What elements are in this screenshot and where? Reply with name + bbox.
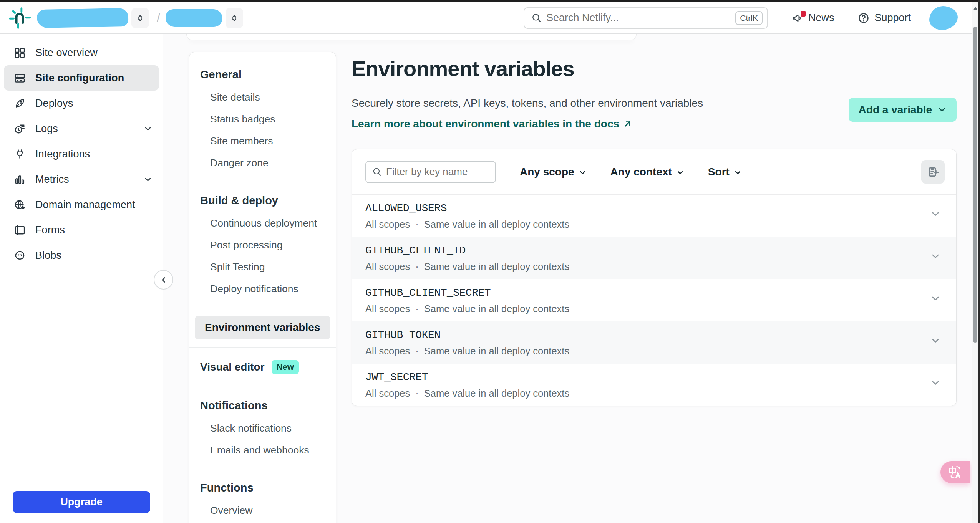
sidebar-item-metrics[interactable]: Metrics <box>4 167 159 192</box>
form-icon <box>14 224 26 236</box>
chevron-down-icon[interactable] <box>930 377 941 388</box>
netlify-app: / CtrlK News Support Site overviewSit <box>0 0 980 523</box>
env-var-row-github-token[interactable]: GITHUB_TOKENAll scopes·Same value in all… <box>352 321 956 364</box>
upgrade-button[interactable]: Upgrade <box>13 491 150 513</box>
sidebar-item-site-configuration[interactable]: Site configuration <box>4 65 159 91</box>
page-description: Securely store secrets, API keys, tokens… <box>352 97 849 109</box>
rocket-icon <box>14 98 26 109</box>
sidebar-item-domain-management[interactable]: Domain management <box>4 192 159 217</box>
global-search[interactable]: CtrlK <box>524 7 768 29</box>
chevron-down-icon <box>579 169 587 177</box>
scrollbar-thumb[interactable] <box>973 27 977 343</box>
subnav-item-site-members[interactable]: Site members <box>189 130 336 152</box>
sidebar-item-label: Forms <box>35 224 65 236</box>
env-var-meta: All scopes·Same value in all deploy cont… <box>365 261 918 272</box>
subnav-item-configuration[interactable]: Configuration <box>189 521 336 523</box>
scope-dropdown[interactable]: Any scope <box>520 166 587 178</box>
subnav-item-label: Continuous deployment <box>210 217 317 229</box>
redacted-site-name[interactable] <box>166 9 222 27</box>
sidebar-item-forms[interactable]: Forms <box>4 217 159 243</box>
news-label: News <box>808 12 834 24</box>
subnav-item-slack-notifications[interactable]: Slack notifications <box>189 417 336 439</box>
env-var-row-github-client-secret[interactable]: GITHUB_CLIENT_SECRETAll scopes·Same valu… <box>352 279 956 321</box>
external-link-arrow-icon <box>622 119 632 129</box>
meta-separator: · <box>415 388 419 399</box>
env-var-row-github-client-id[interactable]: GITHUB_CLIENT_IDAll scopes·Same value in… <box>352 237 956 279</box>
up-down-chevron-icon <box>230 13 239 23</box>
chevron-down-icon[interactable] <box>930 251 941 262</box>
subnav-divider <box>189 182 336 182</box>
blob-icon <box>14 250 26 262</box>
add-variable-label: Add a variable <box>859 104 932 116</box>
env-var-scope: All scopes <box>365 346 410 357</box>
redacted-user-avatar[interactable] <box>929 6 958 30</box>
sidebar-item-label: Site configuration <box>35 72 124 84</box>
subnav-divider <box>189 469 336 469</box>
env-var-meta: All scopes·Same value in all deploy cont… <box>365 346 918 357</box>
subnav-item-site-details[interactable]: Site details <box>189 86 336 108</box>
chevron-down-icon[interactable] <box>930 209 941 219</box>
sidebar-item-deploys[interactable]: Deploys <box>4 91 159 116</box>
chevron-down-icon <box>937 105 947 114</box>
subnav-item-deploy-notifications[interactable]: Deploy notifications <box>189 278 336 300</box>
env-var-row-allowed-users[interactable]: ALLOWED_USERSAll scopes·Same value in al… <box>352 195 956 237</box>
context-dropdown[interactable]: Any context <box>610 166 684 178</box>
netlify-logo-icon[interactable] <box>8 7 31 29</box>
bar-chart-icon <box>14 174 26 185</box>
subnav-item-environment-variables[interactable]: Environment variables <box>195 316 330 339</box>
content-header: Environment variables Securely store sec… <box>352 34 957 130</box>
filter-field[interactable] <box>365 161 496 183</box>
subnav-item-label: Deploy notifications <box>210 283 298 295</box>
subnav-item-danger-zone[interactable]: Danger zone <box>189 152 336 174</box>
chevron-down-icon <box>143 174 153 184</box>
team-switcher-button[interactable] <box>131 8 149 28</box>
breadcrumb-separator: / <box>157 11 160 25</box>
subnav-item-label: Split Testing <box>210 261 265 273</box>
plug-icon <box>14 148 26 160</box>
import-env-button[interactable] <box>921 160 945 184</box>
subnav-item-label: Site members <box>210 135 273 147</box>
subnav-item-status-badges[interactable]: Status badges <box>189 108 336 130</box>
sidebar-item-site-overview[interactable]: Site overview <box>4 40 159 65</box>
chevron-down-icon[interactable] <box>930 293 941 304</box>
subnav-item-label: Status badges <box>210 113 275 125</box>
filter-input[interactable] <box>386 166 490 178</box>
site-switcher-button[interactable] <box>226 8 243 28</box>
subnav-item-emails-and-webhooks[interactable]: Emails and webhooks <box>189 439 336 461</box>
window-scrollbar[interactable] <box>972 2 978 523</box>
subnav-item-continuous-deployment[interactable]: Continuous deployment <box>189 212 336 234</box>
subnav-item-label: Overview <box>210 505 252 516</box>
new-badge: New <box>272 360 299 374</box>
news-button[interactable]: News <box>792 12 834 24</box>
search-input[interactable] <box>546 12 735 24</box>
subnav-item-label: Environment variables <box>205 321 320 334</box>
window-right-edge <box>978 0 980 523</box>
add-variable-button[interactable]: Add a variable <box>849 98 957 122</box>
sidebar-nav: Site overviewSite configurationDeploysLo… <box>0 34 163 268</box>
translate-extension-button[interactable] <box>940 461 970 483</box>
sort-dropdown[interactable]: Sort <box>708 166 742 178</box>
sidebar-collapse-button[interactable] <box>154 270 173 290</box>
primary-sidebar: Site overviewSite configurationDeploysLo… <box>0 34 163 523</box>
sidebar-item-logs[interactable]: Logs <box>4 116 159 141</box>
meta-separator: · <box>415 303 419 314</box>
grid-icon <box>14 47 26 59</box>
docs-link[interactable]: Learn more about environment variables i… <box>352 118 632 130</box>
env-vars-panel: Any scope Any context Sort ALLOWED_USERS… <box>352 149 957 406</box>
sidebar-item-blobs[interactable]: Blobs <box>4 243 159 268</box>
sidebar-item-integrations[interactable]: Integrations <box>4 141 159 167</box>
env-var-context: Same value in all deploy contexts <box>424 303 569 314</box>
settings-subnav: GeneralSite detailsStatus badgesSite mem… <box>189 52 336 523</box>
subnav-item-post-processing[interactable]: Post processing <box>189 234 336 256</box>
subnav-item-visual-editor[interactable]: Visual editorNew <box>189 355 336 379</box>
support-label: Support <box>874 12 911 24</box>
env-var-row-jwt-secret[interactable]: JWT_SECRETAll scopes·Same value in all d… <box>352 364 956 406</box>
redacted-team-name[interactable] <box>37 8 129 28</box>
chevron-down-icon[interactable] <box>930 335 941 346</box>
subnav-item-split-testing[interactable]: Split Testing <box>189 256 336 278</box>
subnav-item-label: Site details <box>210 91 260 103</box>
subnav-item-overview[interactable]: Overview <box>189 500 336 521</box>
scrollbar-up-arrow[interactable] <box>973 7 978 10</box>
meta-separator: · <box>415 261 419 272</box>
support-button[interactable]: Support <box>858 12 911 24</box>
